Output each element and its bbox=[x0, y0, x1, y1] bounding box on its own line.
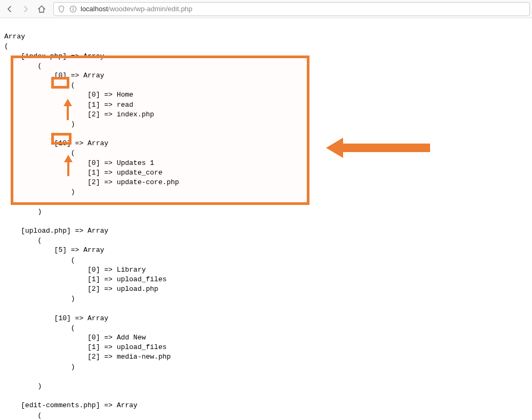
home-button[interactable] bbox=[34, 2, 49, 17]
svg-point-1 bbox=[73, 7, 74, 8]
url-bar[interactable]: localhost/woodev/wp-admin/edit.php bbox=[53, 2, 530, 16]
url-text: localhost/woodev/wp-admin/edit.php bbox=[81, 5, 193, 13]
info-icon bbox=[69, 5, 77, 13]
arrow-right-icon bbox=[21, 5, 30, 13]
home-icon bbox=[37, 5, 46, 13]
svg-rect-2 bbox=[73, 9, 73, 11]
back-button[interactable] bbox=[2, 2, 17, 17]
page-content: Array ( [index.php] => Array ( [0] => Ar… bbox=[0, 18, 532, 420]
shield-icon bbox=[57, 5, 66, 13]
array-dump-output: Array ( [index.php] => Array ( [0] => Ar… bbox=[4, 32, 528, 420]
browser-toolbar: localhost/woodev/wp-admin/edit.php bbox=[0, 0, 532, 18]
arrow-left-icon bbox=[5, 5, 14, 13]
forward-button[interactable] bbox=[18, 2, 33, 17]
